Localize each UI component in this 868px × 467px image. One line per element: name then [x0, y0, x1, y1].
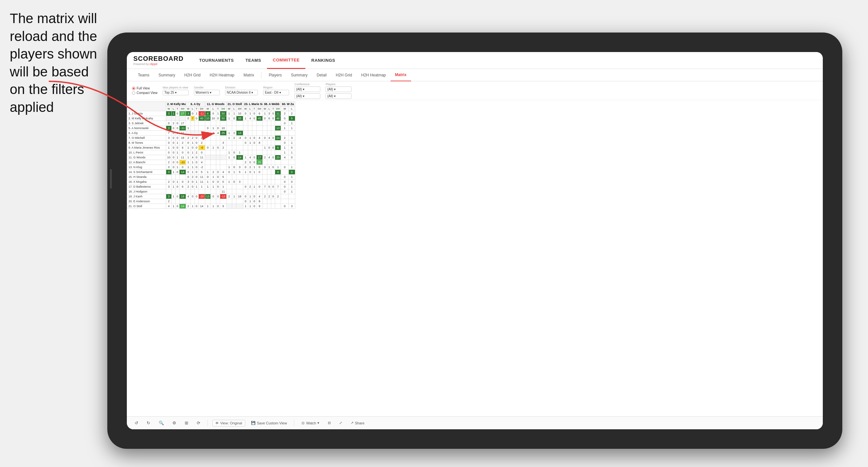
- cell: 0: [281, 121, 289, 126]
- nav-tournaments[interactable]: TOURNAMENTS: [193, 52, 239, 69]
- cell: [262, 160, 267, 165]
- cell: 0: [166, 141, 172, 145]
- cell: 0: [191, 145, 194, 150]
- settings-button[interactable]: ⚙: [170, 419, 179, 426]
- cell: [198, 121, 205, 126]
- cell: 7: [262, 184, 267, 189]
- cell: 1: [172, 204, 176, 209]
- cell: 0: [216, 145, 220, 150]
- cell: 11: [275, 111, 281, 116]
- cell: 1: [288, 189, 295, 194]
- conference-select1[interactable]: (All) ▾: [294, 87, 320, 92]
- share-button[interactable]: ↗ Share: [348, 420, 367, 426]
- compact-view-option[interactable]: Compact View: [132, 91, 157, 95]
- cell: 1: [186, 145, 191, 150]
- cell: [243, 121, 248, 126]
- cell: [252, 145, 257, 150]
- cell: 0: [210, 194, 216, 199]
- division-select[interactable]: NCAA Division II ▾: [225, 90, 258, 95]
- watch-button[interactable]: ◎ Watch ▾: [299, 420, 322, 426]
- cell: 2: [248, 165, 252, 170]
- conference-select2[interactable]: (All) ▾: [294, 93, 320, 99]
- full-view-radio[interactable]: [132, 87, 135, 90]
- full-view-option[interactable]: Full View: [132, 87, 157, 90]
- sub-nav-matrix1[interactable]: Matrix: [239, 69, 259, 81]
- search-button[interactable]: 🔍: [156, 419, 166, 426]
- cell: 0: [252, 111, 257, 116]
- max-players-select[interactable]: Top 25 ▾: [163, 90, 189, 95]
- view-original-button[interactable]: 👁 View: Original: [212, 420, 245, 426]
- cell: [237, 160, 243, 165]
- undo-button[interactable]: ↺: [132, 419, 141, 426]
- cell: -20: [198, 194, 205, 199]
- sub-nav-detail[interactable]: Detail: [312, 69, 331, 81]
- cell: [256, 180, 262, 184]
- expand-button[interactable]: ⤢: [337, 420, 345, 426]
- sub-nav-h2h-heatmap2[interactable]: H2H Heatmap: [356, 69, 390, 81]
- cell: 7: [191, 116, 194, 121]
- cell: 1: [194, 180, 198, 184]
- sub-dif2: Dif: [198, 107, 205, 111]
- cell: -11: [198, 111, 205, 116]
- cell: 0: [205, 126, 210, 131]
- players-select1[interactable]: (All) ▾: [326, 87, 351, 92]
- cell: 1: [210, 145, 216, 150]
- cell: [275, 175, 281, 180]
- cell: 1: [288, 141, 295, 145]
- redo-button[interactable]: ↻: [144, 419, 153, 426]
- cell: 1: [281, 145, 289, 150]
- cell: 3: [166, 194, 172, 199]
- cell: [271, 150, 275, 155]
- cell: [232, 184, 237, 189]
- sub-l1: L: [172, 107, 176, 111]
- cell: 11: [180, 155, 186, 160]
- division-label: Division: [225, 86, 258, 89]
- save-icon: 💾: [251, 421, 256, 425]
- sub-nav-summary2[interactable]: Summary: [286, 69, 312, 81]
- cell: 0: [194, 194, 198, 199]
- gender-select[interactable]: Women's ▾: [194, 90, 220, 95]
- cell: 1: [194, 111, 198, 116]
- region-select[interactable]: East - DII ▾: [263, 90, 289, 95]
- cell: 0: [256, 165, 262, 170]
- sub-l4: L: [232, 107, 237, 111]
- cell: 6: [180, 184, 186, 189]
- sub-nav-players[interactable]: Players: [264, 69, 286, 81]
- sub-dif4: Dif: [237, 107, 243, 111]
- top-nav-items: TOURNAMENTS TEAMS COMMITTEE RANKINGS: [193, 52, 341, 69]
- cell: 0: [271, 145, 275, 150]
- sub-nav-summary1[interactable]: Summary: [154, 69, 180, 81]
- cell: [191, 121, 194, 126]
- players-select2[interactable]: (All) ▾: [326, 93, 351, 99]
- compact-view-radio[interactable]: [132, 91, 135, 95]
- cell: 0: [252, 160, 257, 165]
- cell: [281, 160, 289, 165]
- nav-teams[interactable]: TEAMS: [240, 52, 267, 69]
- table-row: 8. M Torres 0012 0102 3 0108 01: [127, 141, 295, 145]
- grid-button[interactable]: ⊞: [182, 419, 191, 426]
- cell: 17: [256, 155, 262, 160]
- nav-rankings[interactable]: RANKINGS: [305, 52, 341, 69]
- sub-nav-matrix2[interactable]: Matrix: [391, 69, 411, 81]
- player-name: 13. N Klug: [127, 165, 166, 170]
- save-custom-button[interactable]: 💾 Save Custom View: [248, 420, 290, 426]
- nav-committee[interactable]: COMMITTEE: [267, 52, 306, 69]
- sub-nav-h2h-grid1[interactable]: H2H Grid: [180, 69, 205, 81]
- cell: [248, 131, 252, 135]
- sub-nav-h2h-grid2[interactable]: H2H Grid: [331, 69, 356, 81]
- cell: [205, 160, 210, 165]
- sub-nav-teams[interactable]: Teams: [133, 69, 154, 81]
- cell: [226, 204, 232, 209]
- cell: [262, 170, 267, 175]
- cell: [248, 180, 252, 184]
- refresh-button[interactable]: ⟳: [194, 419, 203, 426]
- sub-nav-h2h-heatmap1[interactable]: H2H Heatmap: [205, 69, 239, 81]
- cell: 0: [176, 111, 180, 116]
- cell: [271, 204, 275, 209]
- grid2-button[interactable]: ⊟: [325, 420, 333, 426]
- share-label: Share: [355, 421, 364, 425]
- cell: [180, 116, 186, 121]
- cell: 18: [180, 135, 186, 141]
- matrix-container[interactable]: 2. M Kelly Mulcahy 6. A Dy 11. G Woods 2…: [127, 100, 823, 416]
- cell: 0: [198, 150, 205, 155]
